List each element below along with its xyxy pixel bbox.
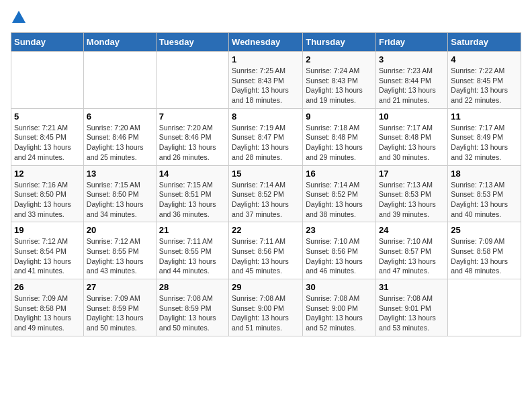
- calendar-table: SundayMondayTuesdayWednesdayThursdayFrid…: [11, 32, 521, 336]
- calendar-cell: 6Sunrise: 7:20 AM Sunset: 8:46 PM Daylig…: [83, 108, 156, 165]
- day-of-week-header: Saturday: [448, 33, 521, 52]
- day-info: Sunrise: 7:22 AM Sunset: 8:45 PM Dayligh…: [451, 66, 518, 105]
- day-number: 3: [379, 54, 445, 64]
- day-info: Sunrise: 7:12 AM Sunset: 8:54 PM Dayligh…: [14, 236, 81, 276]
- day-number: 20: [87, 225, 153, 235]
- calendar-cell: 18Sunrise: 7:13 AM Sunset: 8:53 PM Dayli…: [448, 165, 521, 222]
- day-info: Sunrise: 7:23 AM Sunset: 8:44 PM Dayligh…: [379, 66, 445, 105]
- day-info: Sunrise: 7:21 AM Sunset: 8:45 PM Dayligh…: [14, 123, 81, 163]
- calendar-week-row: 1Sunrise: 7:25 AM Sunset: 8:43 PM Daylig…: [11, 52, 521, 109]
- calendar-cell: 24Sunrise: 7:10 AM Sunset: 8:57 PM Dayli…: [376, 222, 448, 279]
- calendar-cell: 4Sunrise: 7:22 AM Sunset: 8:45 PM Daylig…: [448, 52, 521, 109]
- day-number: 1: [232, 54, 300, 64]
- day-number: 14: [159, 169, 226, 179]
- day-number: 10: [379, 111, 445, 122]
- day-number: 18: [451, 169, 518, 179]
- day-of-week-header: Wednesday: [229, 33, 303, 52]
- day-of-week-header: Friday: [376, 33, 448, 52]
- calendar-cell: [156, 52, 228, 109]
- day-info: Sunrise: 7:19 AM Sunset: 8:47 PM Dayligh…: [232, 123, 300, 163]
- calendar-cell: [448, 279, 521, 336]
- day-number: 24: [379, 225, 445, 235]
- day-info: Sunrise: 7:13 AM Sunset: 8:53 PM Dayligh…: [451, 180, 518, 220]
- day-number: 16: [306, 169, 373, 179]
- day-info: Sunrise: 7:10 AM Sunset: 8:57 PM Dayligh…: [379, 236, 445, 276]
- calendar-cell: [83, 52, 156, 109]
- day-of-week-header: Monday: [83, 33, 156, 52]
- calendar-cell: 11Sunrise: 7:17 AM Sunset: 8:49 PM Dayli…: [448, 108, 521, 165]
- day-number: 29: [232, 282, 300, 292]
- calendar-week-row: 5Sunrise: 7:21 AM Sunset: 8:45 PM Daylig…: [11, 108, 521, 165]
- calendar-cell: 26Sunrise: 7:09 AM Sunset: 8:58 PM Dayli…: [11, 279, 84, 336]
- calendar-cell: 21Sunrise: 7:11 AM Sunset: 8:55 PM Dayli…: [156, 222, 228, 279]
- calendar-cell: 5Sunrise: 7:21 AM Sunset: 8:45 PM Daylig…: [11, 108, 84, 165]
- day-info: Sunrise: 7:09 AM Sunset: 8:59 PM Dayligh…: [87, 293, 153, 333]
- day-number: 22: [232, 225, 300, 235]
- day-info: Sunrise: 7:18 AM Sunset: 8:48 PM Dayligh…: [306, 123, 373, 163]
- calendar-cell: 30Sunrise: 7:08 AM Sunset: 9:00 PM Dayli…: [303, 279, 376, 336]
- day-number: 9: [306, 111, 373, 122]
- day-info: Sunrise: 7:10 AM Sunset: 8:56 PM Dayligh…: [306, 236, 373, 276]
- day-number: 12: [14, 169, 81, 179]
- day-of-week-header: Tuesday: [156, 33, 228, 52]
- calendar-cell: 25Sunrise: 7:09 AM Sunset: 8:58 PM Dayli…: [448, 222, 521, 279]
- day-number: 21: [159, 225, 226, 235]
- calendar-week-row: 26Sunrise: 7:09 AM Sunset: 8:58 PM Dayli…: [11, 279, 521, 336]
- day-info: Sunrise: 7:08 AM Sunset: 9:00 PM Dayligh…: [232, 293, 300, 333]
- day-info: Sunrise: 7:08 AM Sunset: 9:01 PM Dayligh…: [379, 293, 445, 333]
- calendar-cell: 22Sunrise: 7:11 AM Sunset: 8:56 PM Dayli…: [229, 222, 303, 279]
- day-number: 4: [451, 54, 518, 64]
- logo: [11, 11, 26, 24]
- day-info: Sunrise: 7:14 AM Sunset: 8:52 PM Dayligh…: [306, 180, 373, 220]
- page-header: [11, 11, 521, 24]
- calendar-cell: 20Sunrise: 7:12 AM Sunset: 8:55 PM Dayli…: [83, 222, 156, 279]
- day-info: Sunrise: 7:08 AM Sunset: 8:59 PM Dayligh…: [159, 293, 226, 333]
- day-number: 8: [232, 111, 300, 122]
- day-of-week-header: Thursday: [303, 33, 376, 52]
- day-info: Sunrise: 7:20 AM Sunset: 8:46 PM Dayligh…: [87, 123, 153, 163]
- calendar-cell: 17Sunrise: 7:13 AM Sunset: 8:53 PM Dayli…: [376, 165, 448, 222]
- day-number: 19: [14, 225, 81, 235]
- calendar-cell: 8Sunrise: 7:19 AM Sunset: 8:47 PM Daylig…: [229, 108, 303, 165]
- day-of-week-header: Sunday: [11, 33, 84, 52]
- day-number: 17: [379, 169, 445, 179]
- calendar-cell: 31Sunrise: 7:08 AM Sunset: 9:01 PM Dayli…: [376, 279, 448, 336]
- calendar-cell: 23Sunrise: 7:10 AM Sunset: 8:56 PM Dayli…: [303, 222, 376, 279]
- day-info: Sunrise: 7:17 AM Sunset: 8:49 PM Dayligh…: [451, 123, 518, 163]
- calendar-cell: 10Sunrise: 7:17 AM Sunset: 8:48 PM Dayli…: [376, 108, 448, 165]
- calendar-cell: 2Sunrise: 7:24 AM Sunset: 8:43 PM Daylig…: [303, 52, 376, 109]
- day-info: Sunrise: 7:09 AM Sunset: 8:58 PM Dayligh…: [451, 236, 518, 276]
- day-number: 27: [87, 282, 153, 292]
- day-number: 26: [14, 282, 81, 292]
- day-number: 13: [87, 169, 153, 179]
- day-number: 6: [87, 111, 153, 122]
- day-number: 7: [159, 111, 226, 122]
- calendar-week-row: 12Sunrise: 7:16 AM Sunset: 8:50 PM Dayli…: [11, 165, 521, 222]
- logo-triangle-icon: [12, 11, 26, 23]
- day-info: Sunrise: 7:16 AM Sunset: 8:50 PM Dayligh…: [14, 180, 81, 220]
- calendar-cell: 7Sunrise: 7:20 AM Sunset: 8:46 PM Daylig…: [156, 108, 228, 165]
- day-info: Sunrise: 7:12 AM Sunset: 8:55 PM Dayligh…: [87, 236, 153, 276]
- day-info: Sunrise: 7:15 AM Sunset: 8:51 PM Dayligh…: [159, 180, 226, 220]
- day-info: Sunrise: 7:13 AM Sunset: 8:53 PM Dayligh…: [379, 180, 445, 220]
- day-number: 28: [159, 282, 226, 292]
- day-info: Sunrise: 7:08 AM Sunset: 9:00 PM Dayligh…: [306, 293, 373, 333]
- calendar-cell: 15Sunrise: 7:14 AM Sunset: 8:52 PM Dayli…: [229, 165, 303, 222]
- calendar-cell: 13Sunrise: 7:15 AM Sunset: 8:50 PM Dayli…: [83, 165, 156, 222]
- day-number: 11: [451, 111, 518, 122]
- calendar-cell: 29Sunrise: 7:08 AM Sunset: 9:00 PM Dayli…: [229, 279, 303, 336]
- day-number: 25: [451, 225, 518, 235]
- calendar-cell: 27Sunrise: 7:09 AM Sunset: 8:59 PM Dayli…: [83, 279, 156, 336]
- day-info: Sunrise: 7:15 AM Sunset: 8:50 PM Dayligh…: [87, 180, 153, 220]
- calendar-cell: 9Sunrise: 7:18 AM Sunset: 8:48 PM Daylig…: [303, 108, 376, 165]
- day-number: 15: [232, 169, 300, 179]
- day-number: 2: [306, 54, 373, 64]
- calendar-cell: 1Sunrise: 7:25 AM Sunset: 8:43 PM Daylig…: [229, 52, 303, 109]
- calendar-cell: 16Sunrise: 7:14 AM Sunset: 8:52 PM Dayli…: [303, 165, 376, 222]
- day-info: Sunrise: 7:17 AM Sunset: 8:48 PM Dayligh…: [379, 123, 445, 163]
- day-info: Sunrise: 7:09 AM Sunset: 8:58 PM Dayligh…: [14, 293, 81, 333]
- calendar-cell: 3Sunrise: 7:23 AM Sunset: 8:44 PM Daylig…: [376, 52, 448, 109]
- calendar-cell: 14Sunrise: 7:15 AM Sunset: 8:51 PM Dayli…: [156, 165, 228, 222]
- day-info: Sunrise: 7:11 AM Sunset: 8:56 PM Dayligh…: [232, 236, 300, 276]
- day-number: 31: [379, 282, 445, 292]
